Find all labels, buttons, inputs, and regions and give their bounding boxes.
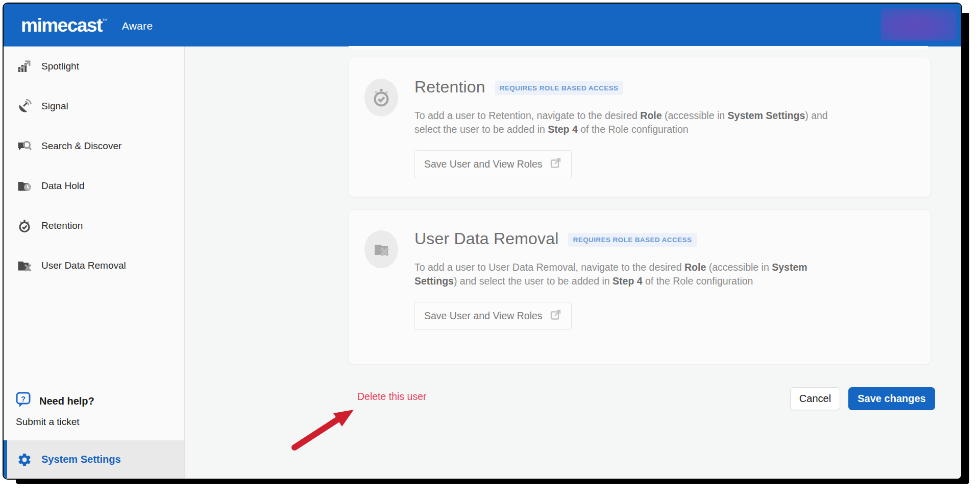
button-label: Save User and View Roles [424, 310, 543, 322]
search-discover-icon [16, 138, 33, 154]
sidebar-item-signal[interactable]: Signal [4, 86, 184, 126]
sidebar-item-user-data-removal[interactable]: User Data Removal [4, 246, 184, 286]
save-changes-button[interactable]: Save changes [848, 387, 935, 410]
app-window: mimecast™ Aware Spotlig [3, 3, 962, 480]
help-bubble-icon: ? [15, 391, 32, 411]
role-access-badge: REQUIRES ROLE BASED ACCESS [568, 233, 697, 247]
save-user-view-roles-button[interactable]: Save User and View Roles [414, 302, 572, 330]
sidebar-item-retention[interactable]: Retention [4, 206, 184, 246]
active-indicator [4, 440, 7, 479]
external-link-icon [550, 309, 562, 323]
sidebar-item-label: Spotlight [41, 61, 79, 72]
need-help-label: Need help? [39, 395, 94, 407]
product-name: Aware [122, 20, 153, 32]
red-annotation-arrow [288, 404, 365, 455]
card-title: Retention [414, 78, 485, 97]
delete-user-link[interactable]: Delete this user [357, 391, 426, 403]
trademark: ™ [102, 17, 108, 23]
folder-remove-icon [370, 238, 393, 261]
card-title: User Data Removal [414, 229, 559, 248]
sidebar-nav: Spotlight Signal [4, 46, 184, 286]
sidebar-item-label: User Data Removal [41, 260, 126, 271]
spotlight-icon [16, 58, 33, 75]
redacted-account-area [881, 8, 957, 41]
retention-card: Retention REQUIRES ROLE BASED ACCESS To … [349, 58, 930, 197]
retention-icon [16, 218, 33, 234]
user-data-removal-card: User Data Removal REQUIRES ROLE BASED AC… [349, 209, 930, 364]
sidebar-item-data-hold[interactable]: Data Hold [4, 166, 184, 206]
save-user-view-roles-button[interactable]: Save User and View Roles [414, 150, 572, 178]
cancel-button[interactable]: Cancel [790, 387, 840, 410]
sidebar-item-label: Search & Discover [41, 140, 121, 152]
sidebar-item-spotlight[interactable]: Spotlight [4, 46, 184, 86]
external-link-icon [550, 157, 562, 172]
form-actions: Cancel Save changes [790, 387, 935, 410]
user-data-removal-icon [16, 257, 33, 274]
mimecast-logo[interactable]: mimecast™ [21, 16, 108, 35]
role-access-badge: REQUIRES ROLE BASED ACCESS [495, 81, 624, 95]
user-data-removal-avatar [364, 230, 398, 268]
sidebar: Spotlight Signal [4, 46, 185, 479]
button-label: Save User and View Roles [424, 158, 543, 170]
sidebar-item-search-discover[interactable]: Search & Discover [4, 126, 184, 166]
card-description: To add a user to User Data Removal, navi… [414, 261, 836, 289]
sidebar-item-label: Retention [41, 220, 83, 231]
card-description: To add a user to Retention, navigate to … [414, 109, 836, 137]
scrolled-card-remnant [349, 46, 928, 50]
help-block: ? Need help? Submit a ticket [4, 390, 184, 428]
brand-text: mimecast [21, 15, 102, 36]
sidebar-item-label: Signal [41, 101, 68, 112]
need-help-link[interactable]: ? Need help? [4, 390, 184, 412]
sidebar-item-system-settings[interactable]: System Settings [4, 440, 184, 479]
svg-text:?: ? [21, 394, 26, 403]
system-settings-label: System Settings [41, 454, 121, 465]
submit-ticket-link[interactable]: Submit a ticket [4, 416, 184, 428]
gear-icon [16, 452, 33, 468]
top-header: mimecast™ Aware [4, 4, 961, 46]
stopwatch-icon [370, 86, 393, 109]
sidebar-item-label: Data Hold [41, 180, 85, 192]
signal-icon [16, 98, 33, 114]
main-content: Retention REQUIRES ROLE BASED ACCESS To … [185, 46, 961, 479]
retention-avatar [364, 79, 398, 116]
data-hold-icon [16, 178, 33, 194]
